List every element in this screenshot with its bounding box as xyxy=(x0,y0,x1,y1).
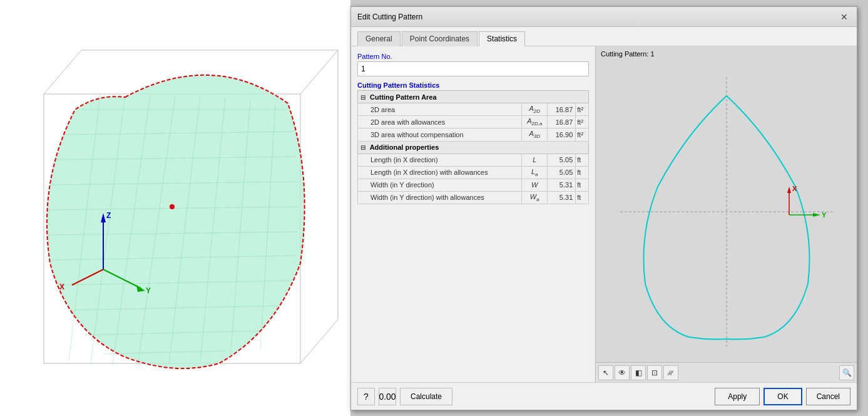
row-value: 16.87 xyxy=(548,116,576,128)
tool-layers-btn[interactable]: ◧ xyxy=(631,365,646,380)
table-row: Width (in Y direction) with allowances W… xyxy=(358,191,589,204)
row-label: 2D area with allowances xyxy=(358,116,522,128)
row-unit: ft² xyxy=(576,128,589,141)
row-unit: ft xyxy=(576,166,589,179)
tool-cursor-btn[interactable]: ↖ xyxy=(598,365,613,380)
dialog-footer: ? 0.00 Calculate Apply OK Cancel xyxy=(351,382,857,410)
row-value: 5.05 xyxy=(548,153,576,166)
row-unit: ft xyxy=(576,153,589,166)
preview-canvas: X Y xyxy=(596,61,857,362)
footer-left: ? 0.00 Calculate xyxy=(357,388,711,405)
tool-frame-btn[interactable]: ⊡ xyxy=(647,365,662,380)
table-row: Length (in X direction) L 5.05 ft xyxy=(358,153,589,166)
table-row: 2D area with allowances A2D,a 16.87 ft² xyxy=(358,116,589,128)
main-container: Z Y X Edit Cutting Pattern ✕ Ge xyxy=(0,0,868,416)
row-label: Width (in Y direction) xyxy=(358,179,522,191)
props-group-header: ⊟ Additional properties xyxy=(358,141,589,153)
row-unit: ft² xyxy=(576,103,589,116)
pattern-no-input[interactable] xyxy=(357,61,589,76)
svg-text:Y: Y xyxy=(146,286,151,295)
row-value: 16.90 xyxy=(548,128,576,141)
row-unit: ft² xyxy=(576,116,589,128)
preview-label: Cutting Pattern: 1 xyxy=(596,46,857,61)
svg-text:Y: Y xyxy=(822,211,827,219)
row-symbol: W xyxy=(522,179,548,191)
dialog-titlebar: Edit Cutting Pattern ✕ xyxy=(351,7,857,27)
row-unit: ft xyxy=(576,179,589,191)
row-symbol: L xyxy=(522,153,548,166)
props-group-label: Additional properties xyxy=(370,143,439,151)
row-symbol: A3D xyxy=(522,128,548,141)
row-symbol: A2D,a xyxy=(522,116,548,128)
left-3d-panel: Z Y X xyxy=(0,0,350,416)
row-label: Length (in X direction) xyxy=(358,153,522,166)
ok-button[interactable]: OK xyxy=(763,388,802,405)
tab-point-coordinates[interactable]: Point Coordinates xyxy=(402,31,477,46)
tabs-bar: General Point Coordinates Statistics xyxy=(351,27,857,46)
left-form: Pattern No. Cutting Pattern Statistics ⊟… xyxy=(351,46,595,382)
collapse-icon-area[interactable]: ⊟ xyxy=(360,94,365,101)
area-group-header: ⊟ Cutting Pattern Area xyxy=(358,91,589,103)
row-symbol: Wa xyxy=(522,191,548,204)
apply-button[interactable]: Apply xyxy=(715,388,760,405)
row-label: Length (in X direction) with allowances xyxy=(358,166,522,179)
preview-toolbar: ↖ 👁 ◧ ⊡ ⫻ 🔍 xyxy=(596,362,857,382)
pattern-no-group: Pattern No. xyxy=(357,53,589,76)
row-unit: ft xyxy=(576,191,589,204)
svg-text:Z: Z xyxy=(106,211,111,220)
help-button[interactable]: ? xyxy=(357,388,375,405)
table-row: 3D area without compensation A3D 16.90 f… xyxy=(358,128,589,141)
svg-point-37 xyxy=(170,204,175,209)
row-value: 5.31 xyxy=(548,191,576,204)
row-symbol: La xyxy=(522,166,548,179)
3d-canvas: Z Y X xyxy=(0,0,350,416)
dialog-title: Edit Cutting Pattern xyxy=(357,13,422,21)
collapse-icon-props[interactable]: ⊟ xyxy=(360,144,365,151)
pattern-no-label: Pattern No. xyxy=(357,53,589,60)
edit-cutting-pattern-dialog: Edit Cutting Pattern ✕ General Point Coo… xyxy=(350,6,857,410)
tab-statistics[interactable]: Statistics xyxy=(479,31,525,46)
calculate-button[interactable]: Calculate xyxy=(400,388,452,405)
svg-text:X: X xyxy=(792,185,797,192)
row-label: 3D area without compensation xyxy=(358,128,522,141)
footer-right: Apply OK Cancel xyxy=(715,388,850,405)
table-row: 2D area A2D 16.87 ft² xyxy=(358,103,589,116)
close-button[interactable]: ✕ xyxy=(838,11,850,23)
tab-general[interactable]: General xyxy=(357,31,401,46)
row-label: Width (in Y direction) with allowances xyxy=(358,191,522,204)
right-preview-panel: Cutting Pattern: 1 xyxy=(595,46,857,382)
area-group-label: Cutting Pattern Area xyxy=(370,93,437,101)
row-symbol: A2D xyxy=(522,103,548,116)
stats-section: Cutting Pattern Statistics ⊟ Cutting Pat… xyxy=(357,81,589,204)
cancel-button[interactable]: Cancel xyxy=(806,388,850,405)
row-label: 2D area xyxy=(358,103,522,116)
table-row: Width (in Y direction) W 5.31 ft xyxy=(358,179,589,191)
table-row: Length (in X direction) with allowances … xyxy=(358,166,589,179)
tool-chart-btn[interactable]: ⫻ xyxy=(663,365,678,380)
numeric-button[interactable]: 0.00 xyxy=(379,388,396,405)
row-value: 5.05 xyxy=(548,166,576,179)
row-value: 16.87 xyxy=(548,103,576,116)
row-value: 5.31 xyxy=(548,179,576,191)
tool-zoom-btn[interactable]: 🔍 xyxy=(839,365,854,380)
svg-text:X: X xyxy=(59,283,64,291)
stats-section-label: Cutting Pattern Statistics xyxy=(357,81,589,89)
tool-eye-btn[interactable]: 👁 xyxy=(615,365,630,380)
stats-table: ⊟ Cutting Pattern Area 2D area A2D 16.87… xyxy=(357,90,589,204)
dialog-content: Pattern No. Cutting Pattern Statistics ⊟… xyxy=(351,46,857,382)
